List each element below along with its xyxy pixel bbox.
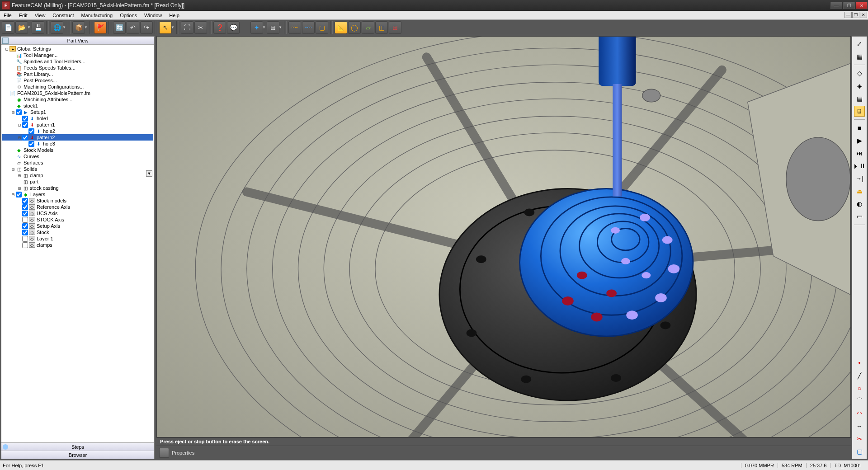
arc-icon[interactable]: ◠: [854, 408, 865, 419]
properties-icon[interactable]: [159, 448, 169, 458]
slider-icon[interactable]: ▭: [854, 211, 865, 222]
stop-icon[interactable]: ■: [854, 122, 865, 133]
mdi-minimize-button[interactable]: —: [844, 12, 852, 18]
tree-dropdown-icon[interactable]: ▼: [146, 170, 152, 177]
tree-item[interactable]: 📋Feeds Speeds Tables...: [2, 65, 153, 71]
clip-button[interactable]: ✂: [194, 21, 207, 34]
tree-item[interactable]: 📄FCAM2015_5AxisHolePattern.fm: [2, 90, 153, 96]
part-tree[interactable]: ⊟▸Global Settings📊Tool Manager...🔧Spindl…: [1, 45, 154, 442]
flag-button[interactable]: 🚩: [94, 21, 107, 34]
trim-icon[interactable]: ✂: [854, 433, 865, 444]
surface-button[interactable]: ▱: [362, 21, 374, 34]
menu-options[interactable]: Options: [116, 12, 141, 19]
hidden-icon[interactable]: ▤: [854, 93, 865, 104]
tree-checkbox[interactable]: [16, 109, 22, 115]
shaded-icon[interactable]: ◈: [854, 80, 865, 91]
menu-construct[interactable]: Construct: [49, 12, 77, 19]
globe-button[interactable]: 🌐: [51, 21, 63, 34]
tree-item[interactable]: 🔧Spindles and Tool Holders...: [2, 58, 153, 65]
tree-item[interactable]: ◆stock1: [2, 103, 153, 109]
tree-item[interactable]: ◫part: [2, 179, 153, 185]
close-button[interactable]: ✕: [856, 2, 868, 9]
new-button[interactable]: 📄: [2, 21, 14, 34]
tree-item[interactable]: ◇Stock models: [2, 197, 153, 204]
3d-viewport[interactable]: TOOLBOX◀ RESULTS◀: [156, 36, 851, 437]
region-icon[interactable]: ◐: [854, 198, 865, 209]
tree-item[interactable]: ◇UCS Axis: [2, 210, 153, 216]
tree-item[interactable]: 📚Part Library...: [2, 71, 153, 77]
mdi-restore-button[interactable]: ❐: [852, 12, 859, 18]
eject-icon[interactable]: ⏏: [854, 186, 865, 197]
undo-button[interactable]: ↶: [127, 21, 139, 34]
circle-tool-button[interactable]: ◯: [348, 21, 361, 34]
wireframe-icon[interactable]: ◇: [854, 68, 865, 79]
tree-item[interactable]: ⊟◫Solids: [2, 166, 153, 172]
tree-checkbox[interactable]: [28, 128, 34, 134]
browser-tab[interactable]: Browser: [1, 451, 154, 459]
tree-item[interactable]: 📄Post Process...: [2, 77, 153, 84]
tree-checkbox[interactable]: [22, 198, 28, 204]
measure-button[interactable]: 📐: [335, 21, 347, 34]
play-icon[interactable]: ▶: [854, 135, 865, 146]
next-icon[interactable]: ⏵⏸: [854, 160, 865, 171]
package-button[interactable]: 📦: [72, 21, 85, 34]
dim-icon[interactable]: ↔: [854, 421, 865, 432]
minimize-button[interactable]: —: [830, 2, 842, 9]
tree-checkbox[interactable]: [22, 230, 28, 235]
axis-icon[interactable]: ⤢: [854, 38, 865, 49]
tree-item[interactable]: ⊟◆Layers: [2, 191, 153, 197]
tree-item[interactable]: ◉Machining Attributes...: [2, 96, 153, 103]
grid-button[interactable]: ⊞: [267, 21, 279, 34]
redo-button[interactable]: ↷: [140, 21, 153, 34]
tree-checkbox[interactable]: [28, 141, 34, 147]
help-button[interactable]: ❓: [213, 21, 226, 34]
tree-item[interactable]: ⬇hole1: [2, 115, 153, 122]
save-button[interactable]: 💾: [32, 21, 44, 34]
menu-window[interactable]: Window: [141, 12, 165, 19]
tree-item[interactable]: ◇Stock: [2, 229, 153, 235]
tree-item[interactable]: ◆Stock Models: [2, 147, 153, 153]
point-icon[interactable]: •: [854, 357, 865, 368]
steps-tab[interactable]: Steps: [1, 442, 154, 451]
tree-item[interactable]: ▱Surfaces: [2, 160, 153, 166]
render-icon[interactable]: 🖥: [854, 106, 865, 117]
curve2-button[interactable]: 〰: [302, 21, 315, 34]
tree-checkbox[interactable]: [22, 211, 28, 216]
tree-item[interactable]: ◇clamps: [2, 242, 153, 248]
tree-item[interactable]: 📊Tool Manager...: [2, 52, 153, 58]
tree-item[interactable]: ◇Setup Axis: [2, 223, 153, 229]
tree-item[interactable]: ⊟⬇pattern1: [2, 122, 153, 128]
fillet-icon[interactable]: ⌒: [854, 395, 865, 406]
tree-checkbox[interactable]: [22, 116, 28, 122]
tree-checkbox[interactable]: [22, 242, 28, 248]
tree-item[interactable]: ◇Reference Axis: [2, 204, 153, 210]
line-icon[interactable]: ╱: [854, 370, 865, 381]
menu-help[interactable]: Help: [165, 12, 183, 19]
tree-checkbox[interactable]: [22, 135, 28, 141]
menu-view[interactable]: View: [31, 12, 49, 19]
tree-item[interactable]: ∿Curves: [2, 153, 153, 160]
tree-item[interactable]: ⬇hole3: [2, 141, 153, 147]
tree-item[interactable]: ⊟⬇pattern2: [2, 134, 153, 141]
tree-item[interactable]: ◇STOCK Axis: [2, 216, 153, 223]
open-button[interactable]: 📂: [15, 21, 28, 34]
tree-item[interactable]: ⚙Machining Configurations...: [2, 84, 153, 90]
refresh-button[interactable]: 🔄: [113, 21, 126, 34]
tree-checkbox[interactable]: [22, 204, 28, 210]
menu-manufacturing[interactable]: Manufacturing: [77, 12, 116, 19]
curve1-button[interactable]: 〰: [288, 21, 301, 34]
tree-item[interactable]: ⊟▶Setup1: [2, 109, 153, 115]
tree-checkbox[interactable]: [22, 236, 28, 242]
tree-checkbox[interactable]: [22, 223, 28, 229]
mdi-close-button[interactable]: ✕: [860, 12, 867, 18]
fastfwd-icon[interactable]: ⏭: [854, 148, 865, 159]
whatsthis-button[interactable]: 💬: [227, 21, 240, 34]
tree-checkbox[interactable]: [16, 192, 22, 197]
panel-icon[interactable]: [2, 38, 9, 44]
tree-checkbox[interactable]: [22, 122, 28, 128]
snap-button[interactable]: ✦: [250, 21, 263, 34]
tree-item[interactable]: ⊟▸Global Settings: [2, 46, 153, 52]
tree-checkbox[interactable]: [22, 217, 28, 223]
pattern-button[interactable]: ⊞: [389, 21, 401, 34]
view-icon[interactable]: ▦: [854, 51, 865, 62]
